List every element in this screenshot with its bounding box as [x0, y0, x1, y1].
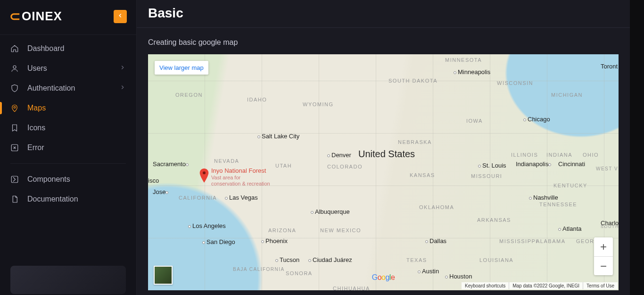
- state-label: OHIO: [583, 152, 599, 158]
- brand-logo[interactable]: ⊂ OINEX: [9, 8, 62, 24]
- sidebar-item-dashboard[interactable]: Dashboard: [0, 39, 136, 59]
- state-label: COLORADO: [327, 164, 363, 169]
- city-label[interactable]: Chicago: [523, 116, 550, 123]
- sidebar-item-components[interactable]: Components: [0, 169, 136, 189]
- nav-label: Error: [27, 143, 44, 152]
- city-label[interactable]: Nashville: [529, 194, 558, 201]
- keyboard-shortcuts-link[interactable]: Keyboard shortcuts: [462, 282, 509, 289]
- city-label[interactable]: Tucson: [275, 256, 299, 263]
- state-label: MISSISSIPPI: [499, 238, 538, 244]
- view-larger-map-button[interactable]: View larger map: [155, 61, 208, 75]
- sidebar-item-users[interactable]: Users: [0, 59, 136, 78]
- nav-label: Dashboard: [27, 44, 64, 53]
- map-footer: Keyboard shortcuts Map data ©2022 Google…: [462, 282, 618, 289]
- city-label[interactable]: Los Angeles: [188, 222, 226, 229]
- city-label[interactable]: Charlott: [601, 219, 619, 227]
- city-label[interactable]: Houston: [445, 273, 472, 280]
- city-label[interactable]: San Diego: [202, 238, 235, 245]
- nav-label: Components: [27, 175, 70, 184]
- state-label: ARKANSAS: [477, 217, 511, 223]
- svg-rect-3: [11, 176, 18, 183]
- nav-label: Icons: [27, 124, 45, 132]
- satellite-toggle[interactable]: [154, 266, 173, 285]
- state-label: SONORA: [286, 270, 313, 276]
- state-label: UTAH: [275, 163, 292, 169]
- sidebar-item-authentication[interactable]: Authentication: [0, 78, 136, 98]
- state-label: LOUISIANA: [479, 257, 513, 263]
- state-label: ALABAMA: [536, 238, 565, 244]
- state-label: OKLAHOMA: [419, 204, 454, 210]
- zoom-out-button[interactable]: −: [594, 256, 613, 275]
- user-icon: [10, 64, 19, 73]
- svg-point-1: [14, 107, 16, 109]
- city-label[interactable]: Cincinnati: [558, 160, 585, 168]
- state-label: IDAHO: [247, 97, 267, 102]
- zoom-in-button[interactable]: +: [594, 237, 613, 256]
- city-label[interactable]: Minneapolis: [454, 68, 490, 76]
- sidebar-promo-card[interactable]: [10, 266, 126, 294]
- state-label: OREGON: [175, 92, 203, 98]
- state-label: TENNESSEE: [539, 202, 577, 207]
- marker-info: Inyo National Forest Vast area for conse…: [211, 168, 270, 186]
- state-label: BAJA CALIFORNIA: [233, 267, 285, 272]
- marker-subtitle: Vast area for: [211, 175, 270, 181]
- city-label[interactable]: Dallas: [425, 237, 446, 244]
- sidebar-collapse-button[interactable]: [114, 10, 127, 23]
- marker-title: Inyo National Forest: [211, 168, 270, 175]
- marker-subtitle: conservation & recreation: [211, 181, 270, 187]
- nav-label: Maps: [27, 104, 46, 112]
- city-label[interactable]: Albuquerque: [311, 208, 350, 215]
- sidebar-item-error[interactable]: Error: [0, 138, 136, 158]
- state-label: MICHIGAN: [551, 92, 583, 98]
- city-label[interactable]: Indianapolis: [516, 160, 553, 168]
- city-label[interactable]: Denver: [327, 152, 351, 159]
- state-label: INDIANA: [546, 152, 572, 158]
- city-label[interactable]: isco: [148, 177, 159, 184]
- arrow-left-icon: [117, 12, 124, 21]
- country-label: United States: [358, 149, 415, 160]
- state-label: WYOMING: [303, 101, 334, 107]
- logo-row: ⊂ OINEX: [0, 0, 136, 34]
- brand-c-icon: ⊂: [9, 8, 21, 24]
- city-label[interactable]: Salt Lake City: [257, 133, 299, 140]
- city-label[interactable]: Toront: [601, 63, 618, 70]
- city-label[interactable]: St. Louis: [478, 162, 506, 169]
- map-container[interactable]: View larger map United States OREGON IDA…: [148, 54, 619, 290]
- state-label: WISCONSIN: [497, 80, 533, 86]
- city-label[interactable]: Sacramento: [153, 160, 190, 168]
- home-icon: [10, 44, 19, 53]
- city-label[interactable]: Austin: [418, 268, 439, 275]
- state-label: CALIFORNIA: [179, 195, 217, 201]
- sidebar-item-maps[interactable]: Maps: [0, 98, 136, 118]
- city-label[interactable]: Jose: [153, 188, 170, 195]
- city-label[interactable]: Atlanta: [558, 225, 581, 232]
- state-label: IOWA: [466, 118, 483, 124]
- map-marker[interactable]: Inyo National Forest Vast area for conse…: [199, 169, 209, 185]
- map-data-text: Map data ©2022 Google, INEGI: [509, 282, 583, 289]
- x-square-icon: [10, 143, 19, 152]
- map-pin-icon: [10, 104, 19, 112]
- scrollbar[interactable]: [630, 0, 644, 295]
- main-content: Basic Creating basic google map View lar…: [137, 0, 644, 295]
- sidebar-item-icons[interactable]: Icons: [0, 118, 136, 138]
- terms-link[interactable]: Terms of Use: [583, 282, 618, 289]
- state-label: TEXAS: [406, 257, 427, 263]
- state-label: NEVADA: [214, 158, 239, 164]
- components-icon: [10, 175, 19, 184]
- state-label: ARIZONA: [268, 228, 296, 233]
- state-label: ILLINOIS: [511, 152, 538, 158]
- brand-text: OINEX: [22, 9, 62, 24]
- city-label[interactable]: Phoenix: [261, 237, 288, 244]
- city-label[interactable]: Ciudad Juárez: [308, 256, 352, 263]
- state-label: CHIHUAHUA: [333, 286, 370, 290]
- sidebar-item-documentation[interactable]: Documentation: [0, 189, 136, 209]
- state-label: NEW MEXICO: [320, 228, 361, 233]
- page-title: Basic: [137, 0, 630, 28]
- page-subtitle: Creating basic google map: [137, 28, 630, 54]
- bookmark-icon: [10, 124, 19, 132]
- state-label: MINNESOTA: [445, 57, 482, 63]
- file-icon: [10, 195, 19, 203]
- state-label: KANSAS: [410, 172, 435, 178]
- shield-icon: [10, 84, 19, 93]
- city-label[interactable]: Las Vegas: [225, 194, 258, 201]
